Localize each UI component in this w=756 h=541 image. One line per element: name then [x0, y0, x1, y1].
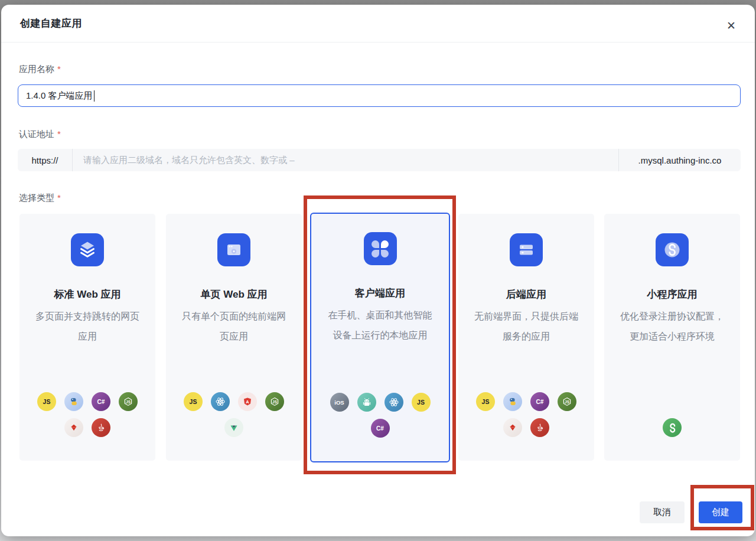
- csharp-icon: C#: [92, 392, 110, 411]
- card-description: 优化登录注册协议配置，更加适合小程序环境: [618, 307, 726, 347]
- python-icon: [64, 392, 83, 411]
- app-type-card-spa-web[interactable]: 单页 Web 应用 只有单个页面的纯前端网页应用 JS A JS: [166, 214, 302, 461]
- card-title: 小程序应用: [647, 288, 698, 301]
- server-icon: [510, 233, 543, 266]
- required-asterisk: *: [57, 129, 61, 139]
- browser-icon: [217, 233, 250, 266]
- cancel-button[interactable]: 取消: [640, 501, 685, 523]
- subdomain-input[interactable]: 请输入应用二级域名，域名只允许包含英文、数字或 –: [73, 155, 618, 166]
- miniprogram-icon: [656, 233, 689, 266]
- ruby-icon: [64, 418, 83, 437]
- modal-header: 创建自建应用: [1, 5, 755, 43]
- close-icon[interactable]: ✕: [724, 18, 738, 34]
- card-title: 标准 Web 应用: [54, 288, 120, 301]
- app-type-card-miniprogram[interactable]: 小程序应用 优化登录注册协议配置，更加适合小程序环境: [604, 214, 740, 461]
- layers-icon: [71, 233, 104, 266]
- card-description: 无前端界面，只提供后端服务的应用: [472, 307, 581, 347]
- card-title: 后端应用: [506, 288, 546, 301]
- javascript-icon: JS: [476, 392, 495, 411]
- card-description: 多页面并支持跳转的网页应用: [33, 307, 142, 347]
- vue-icon: [224, 418, 243, 437]
- app-type-card-standard-web[interactable]: 标准 Web 应用 多页面并支持跳转的网页应用 JS C# JS: [19, 214, 155, 461]
- card-description: 只有单个页面的纯前端网页应用: [180, 307, 288, 347]
- required-asterisk: *: [57, 64, 61, 74]
- tech-stack-icons: JS C# JS: [31, 392, 144, 437]
- create-app-modal: 创建自建应用 ✕ 应用名称* 1.4.0 客户端应用 认证地址* https:/…: [1, 5, 755, 536]
- app-name-value: 1.4.0 客户端应用: [26, 90, 93, 102]
- text-caret: [94, 90, 95, 102]
- nodejs-icon: JS: [265, 392, 284, 411]
- csharp-icon: C#: [371, 419, 390, 438]
- wechat-miniprogram-icon: [663, 418, 682, 437]
- app-type-label: 选择类型*: [19, 193, 61, 204]
- nodejs-icon: JS: [558, 392, 576, 411]
- create-button[interactable]: 创建: [699, 501, 742, 523]
- app-type-card-client[interactable]: 客户端应用 在手机、桌面和其他智能设备上运行的本地应用 iOS JS C#: [310, 213, 450, 462]
- ios-icon: iOS: [330, 393, 349, 412]
- card-title: 客户端应用: [355, 286, 405, 300]
- nodejs-icon: JS: [119, 392, 138, 411]
- app-name-label: 应用名称*: [19, 64, 61, 75]
- modal-title: 创建自建应用: [20, 17, 82, 30]
- react-icon: [384, 393, 403, 412]
- ruby-icon: [503, 418, 522, 437]
- tech-stack-icons: JS A JS: [177, 392, 291, 437]
- card-description: 在手机、桌面和其他智能设备上运行的本地应用: [326, 305, 435, 346]
- required-asterisk: *: [57, 193, 61, 203]
- url-prefix: https://: [18, 155, 72, 165]
- screen: 创建自建应用 ✕ 应用名称* 1.4.0 客户端应用 认证地址* https:/…: [0, 0, 756, 541]
- angular-icon: A: [238, 392, 257, 411]
- csharp-icon: C#: [530, 392, 549, 411]
- python-icon: [503, 392, 522, 411]
- app-type-card-backend[interactable]: 后端应用 无前端界面，只提供后端服务的应用 JS C# JS: [458, 214, 594, 461]
- react-icon: [211, 392, 230, 411]
- card-title: 单页 Web 应用: [200, 288, 267, 301]
- javascript-icon: JS: [37, 392, 56, 411]
- android-icon: [357, 393, 376, 412]
- javascript-icon: JS: [184, 392, 203, 411]
- tech-stack-icons: JS C# JS: [470, 392, 583, 437]
- auth-url-label: 认证地址*: [19, 129, 61, 140]
- java-icon: [530, 418, 549, 437]
- tech-stack-icons: [615, 418, 729, 437]
- javascript-icon: JS: [412, 393, 431, 412]
- tech-stack-icons: iOS JS C#: [324, 393, 437, 438]
- java-icon: [92, 418, 110, 437]
- auth-url-input-group: https:// 请输入应用二级域名，域名只允许包含英文、数字或 – .mysq…: [18, 149, 741, 171]
- app-name-input[interactable]: 1.4.0 客户端应用: [18, 84, 741, 107]
- clover-icon: [364, 232, 397, 265]
- url-suffix: .mysql.authing-inc.co: [619, 155, 741, 165]
